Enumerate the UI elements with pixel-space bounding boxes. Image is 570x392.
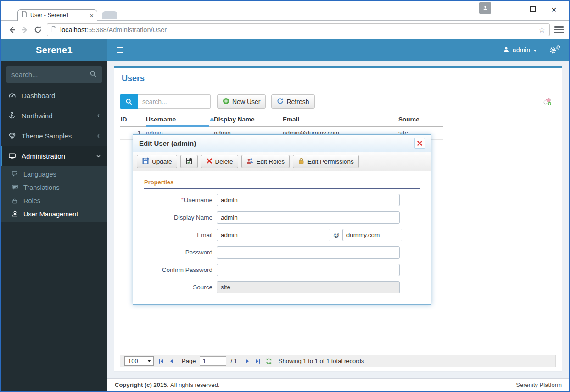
apply-changes-button[interactable] bbox=[180, 155, 198, 168]
display-name-field[interactable] bbox=[217, 211, 400, 224]
rights-text: All rights reserved. bbox=[170, 381, 220, 388]
monitor-icon bbox=[8, 152, 22, 160]
sidebar-item-northwind[interactable]: Northwind bbox=[1, 105, 107, 126]
browser-tab[interactable]: User - Serene1 × bbox=[17, 9, 97, 21]
delete-label: Delete bbox=[215, 158, 233, 165]
app-brand[interactable]: Serene1 bbox=[1, 39, 107, 61]
tab-close-icon[interactable]: × bbox=[89, 12, 94, 19]
confirm-password-field[interactable] bbox=[217, 264, 400, 276]
field-label-password: Password bbox=[144, 249, 217, 256]
grid-pager: 100 Page / 1 bbox=[120, 355, 556, 367]
new-user-label: New User bbox=[232, 98, 260, 105]
sidebar-item-translations[interactable]: Translations bbox=[1, 181, 107, 194]
sidebar-toggle-icon[interactable] bbox=[117, 47, 123, 53]
user-icon bbox=[503, 46, 509, 54]
dialog-close-button[interactable] bbox=[414, 138, 425, 149]
sidebar-item-label: Northwind bbox=[22, 112, 53, 120]
update-button[interactable]: Update bbox=[137, 155, 177, 168]
minimize-button[interactable] bbox=[501, 2, 522, 16]
sidebar-item-user-management[interactable]: User Management bbox=[1, 207, 107, 221]
settings-gears-icon[interactable] bbox=[549, 45, 561, 55]
password-field[interactable] bbox=[217, 246, 400, 259]
user-menu[interactable]: admin bbox=[503, 46, 537, 54]
browser-toolbar: localhost :55388/Administration/User ☆ bbox=[1, 21, 569, 39]
reload-grid-icon[interactable] bbox=[265, 358, 273, 365]
sidebar-item-label: Dashboard bbox=[22, 92, 55, 99]
administration-submenu: Languages Translations Rol bbox=[1, 166, 107, 222]
comment-icon bbox=[11, 184, 23, 191]
grid-search-button[interactable] bbox=[120, 94, 138, 109]
browser-menu-icon[interactable] bbox=[553, 26, 564, 33]
lock-icon bbox=[11, 198, 23, 204]
next-page-icon[interactable] bbox=[244, 358, 251, 364]
sidebar-search-input[interactable] bbox=[11, 71, 80, 78]
copyright-text: Copyright (c) 2015. bbox=[115, 381, 168, 388]
sidebar-item-dashboard[interactable]: Dashboard bbox=[1, 85, 107, 105]
address-bar[interactable]: localhost :55388/Administration/User ☆ bbox=[47, 23, 550, 36]
new-tab-button[interactable] bbox=[102, 11, 117, 19]
browser-profile-icon[interactable] bbox=[479, 2, 491, 14]
page-number-input[interactable] bbox=[200, 356, 226, 366]
dialog-toolbar: Update Delete bbox=[133, 152, 431, 171]
sidebar-item-label: Roles bbox=[23, 197, 40, 204]
sidebar-item-languages[interactable]: Languages bbox=[1, 167, 107, 181]
field-label-email: Email bbox=[144, 232, 217, 238]
sidebar-search[interactable] bbox=[6, 66, 102, 83]
refresh-arrows-icon bbox=[277, 98, 284, 106]
page-title: Users bbox=[114, 68, 562, 89]
page-size-select[interactable]: 100 bbox=[124, 356, 154, 366]
username-field[interactable] bbox=[217, 194, 400, 206]
sidebar-item-administration[interactable]: Administration bbox=[1, 146, 107, 166]
edit-permissions-button[interactable]: Edit Permissions bbox=[293, 155, 359, 168]
dialog-title: Edit User (admin) bbox=[139, 139, 196, 147]
chevron-down-icon bbox=[96, 154, 101, 159]
include-deleted-icon[interactable] bbox=[542, 97, 552, 107]
sidebar-item-roles[interactable]: Roles bbox=[1, 194, 107, 207]
column-header-id[interactable]: ID bbox=[120, 116, 146, 123]
back-icon[interactable] bbox=[6, 25, 18, 34]
field-label-username: *Username bbox=[144, 197, 217, 204]
required-marker: * bbox=[181, 197, 184, 203]
dialog-titlebar[interactable]: Edit User (admin) bbox=[133, 135, 431, 152]
email-domain-field[interactable] bbox=[342, 229, 402, 241]
delete-button[interactable]: Delete bbox=[201, 155, 238, 168]
bookmark-star-icon[interactable]: ☆ bbox=[538, 25, 546, 35]
search-icon[interactable] bbox=[89, 70, 97, 79]
prev-page-icon[interactable] bbox=[168, 358, 175, 364]
app-navbar: Serene1 admin bbox=[1, 39, 569, 61]
first-page-icon[interactable] bbox=[158, 358, 164, 364]
grid-header-row: ID Username Display Name Email Source bbox=[120, 114, 443, 127]
url-host: localhost bbox=[60, 26, 86, 33]
save-disk-icon bbox=[142, 157, 149, 166]
refresh-button[interactable]: Refresh bbox=[271, 94, 314, 109]
refresh-label: Refresh bbox=[286, 98, 309, 105]
chevron-left-icon bbox=[96, 133, 101, 138]
maximize-button[interactable] bbox=[522, 2, 543, 16]
grid-toolbar: New User Refresh bbox=[114, 89, 562, 113]
column-header-username[interactable]: Username bbox=[146, 116, 214, 123]
new-user-button[interactable]: New User bbox=[217, 94, 266, 109]
page-size-value: 100 bbox=[128, 358, 138, 364]
people-icon bbox=[246, 157, 254, 166]
column-header-display-name[interactable]: Display Name bbox=[214, 116, 283, 123]
window-close-button[interactable]: × bbox=[543, 2, 564, 16]
edit-user-dialog: Edit User (admin) Update bbox=[133, 134, 431, 305]
refresh-icon[interactable] bbox=[31, 25, 44, 34]
browser-titlebar: User - Serene1 × × bbox=[1, 1, 569, 21]
gauge-icon bbox=[8, 92, 22, 99]
grid-search-input[interactable] bbox=[138, 94, 211, 109]
sidebar-item-theme-samples[interactable]: Theme Samples bbox=[1, 126, 107, 146]
content-area: Users New User bbox=[107, 61, 569, 391]
last-page-icon[interactable] bbox=[255, 358, 261, 364]
forward-icon[interactable] bbox=[18, 25, 31, 34]
page-icon bbox=[51, 26, 57, 34]
select-caret-icon bbox=[147, 360, 151, 362]
field-label-source: Source bbox=[144, 284, 217, 291]
edit-roles-button[interactable]: Edit Roles bbox=[241, 155, 290, 168]
category-title: Properties bbox=[144, 179, 420, 189]
app-footer: Copyright (c) 2015. All rights reserved.… bbox=[107, 378, 569, 391]
column-header-source[interactable]: Source bbox=[398, 116, 442, 123]
email-user-field[interactable] bbox=[217, 229, 330, 241]
column-header-email[interactable]: Email bbox=[283, 116, 398, 123]
gold-lock-icon bbox=[298, 158, 305, 166]
